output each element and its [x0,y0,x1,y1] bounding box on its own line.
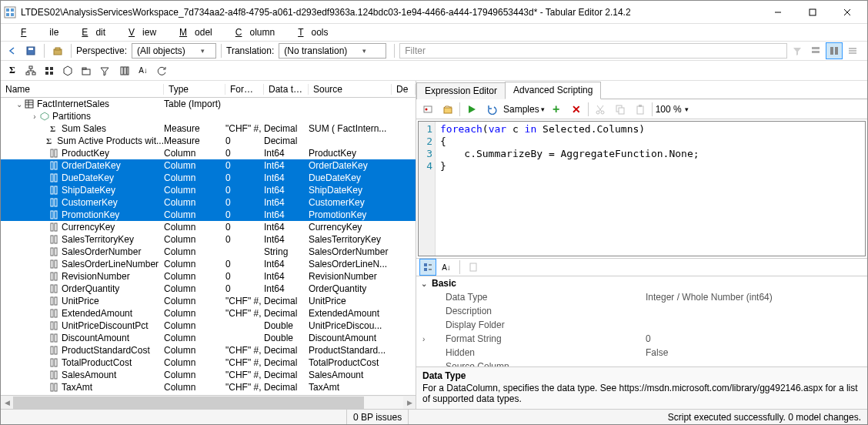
table-row[interactable]: ΣSum SalesMeasure"CHF" #,DecimalSUM ( Fa… [1,122,416,135]
header-de[interactable]: De [392,84,416,95]
columns-icon[interactable] [116,62,133,79]
table-row[interactable]: SalesTerritoryKeyColumn0Int64SalesTerrit… [1,233,416,246]
category-basic[interactable]: ⌄Basic [416,276,867,290]
prop-value[interactable]: 0 [646,333,867,344]
table-row[interactable]: RevisionNumberColumn0Int64RevisionNumber [1,270,416,283]
property-row[interactable]: Display Folder [416,318,867,332]
table-row[interactable]: OrderDateKeyColumn0Int64OrderDateKey [1,159,416,172]
separator [459,260,460,274]
refresh-icon[interactable] [153,62,170,79]
menu-column[interactable]: Column [220,25,282,39]
tab-expression-editor[interactable]: Expression Editor [416,82,506,99]
tree-icon[interactable] [41,62,58,79]
property-row[interactable]: Description [416,304,867,318]
menu-tools[interactable]: Tools [282,25,336,39]
menu-view[interactable]: View [113,25,164,39]
header-format[interactable]: Format [225,84,264,95]
translation-combo[interactable]: (No translation) ▾ [279,43,386,59]
sigma-icon[interactable]: Σ [4,62,21,79]
property-row[interactable]: ›Format String0 [416,332,867,346]
samples-dropdown[interactable]: Samples ▾ [503,104,545,115]
deploy-icon[interactable] [49,42,66,59]
table-row[interactable]: UnitPriceColumn"CHF" #,DecimalUnitPrice [1,295,416,307]
filter-input[interactable]: Filter [399,43,787,59]
table-row[interactable]: CurrencyKeyColumn0Int64CurrencyKey [1,221,416,233]
add-icon[interactable]: + [548,101,565,118]
svg-rect-3 [6,13,9,16]
table-row[interactable]: DueDateKeyColumn0Int64DueDateKey [1,172,416,184]
code-content[interactable]: foreach(var c in Selected.Columns) { c.S… [436,122,699,256]
row-name: CurrencyKey [62,222,115,233]
property-row[interactable]: Source Column [416,360,867,366]
record-macro-icon[interactable] [419,101,436,118]
header-source[interactable]: Source [309,84,392,95]
code-editor[interactable]: 1234 foreach(var c in Selected.Columns) … [418,121,866,256]
cube-icon[interactable] [59,62,76,79]
folder-icon[interactable] [78,62,95,79]
table-row[interactable]: ShipDateKeyColumn0Int64ShipDateKey [1,184,416,196]
tree-body[interactable]: ⌄FactInternetSalesTable (Import)›Partiti… [1,98,416,395]
run-script-icon[interactable] [463,101,480,118]
minimize-button[interactable] [760,1,795,24]
expander-icon[interactable]: ⌄ [15,100,24,109]
cut-icon[interactable] [592,101,609,118]
prop-value[interactable]: False [646,347,867,358]
undo-script-icon[interactable] [483,101,500,118]
zoom-combo[interactable]: 100 % ▾ [656,104,689,115]
header-type[interactable]: Type [164,84,225,95]
table-row[interactable]: OrderQuantityColumn0Int64OrderQuantity [1,283,416,295]
property-row[interactable]: HiddenFalse [416,346,867,360]
menu-model[interactable]: Model [164,25,220,39]
perspective-combo[interactable]: (All objects) ▾ [132,43,216,59]
property-page-icon[interactable] [465,259,482,276]
property-row[interactable]: Data TypeInteger / Whole Number (int64) [416,290,867,304]
view-icon-3[interactable] [844,42,861,59]
save-icon[interactable] [22,42,39,59]
scroll-right-icon[interactable]: ▶ [403,397,416,409]
tab-advanced-scripting[interactable]: Advanced Scripting [505,82,601,99]
table-row[interactable]: ProductStandardCostColumn"CHF" #,Decimal… [1,344,416,356]
copy-icon[interactable] [612,101,629,118]
partition-icon [39,111,50,122]
categorized-icon[interactable] [419,259,436,276]
table-row[interactable]: DiscountAmountColumnDoubleDiscountAmount [1,332,416,344]
sort-icon[interactable]: A↓ [135,62,152,79]
maximize-button[interactable] [795,1,830,24]
row-name: Partitions [52,111,91,122]
horizontal-scrollbar[interactable]: ◀ ▶ [1,395,416,409]
property-grid[interactable]: ⌄Basic Data TypeInteger / Whole Number (… [416,276,867,366]
header-name[interactable]: Name [1,84,164,95]
close-button[interactable] [830,1,864,24]
scroll-left-icon[interactable]: ◀ [1,397,13,409]
table-row[interactable]: ProductKeyColumn0Int64ProductKey [1,147,416,159]
table-row[interactable]: ›Partitions [1,110,416,122]
menu-edit[interactable]: Edit [66,25,113,39]
view-icon-2[interactable] [826,42,843,59]
table-row[interactable]: SalesOrderNumberColumnStringSalesOrderNu… [1,246,416,258]
svg-rect-50 [51,199,53,206]
prop-value[interactable]: Integer / Whole Number (int64) [646,292,867,303]
table-row[interactable]: SalesOrderLineNumberColumn0Int64SalesOrd… [1,258,416,270]
filter-icon[interactable] [96,62,113,79]
view-icon-1[interactable] [807,42,824,59]
table-row[interactable]: ExtendedAmountColumn"CHF" #,DecimalExten… [1,307,416,320]
alphabetical-icon[interactable]: A↓ [438,259,455,276]
delete-icon[interactable]: ✕ [568,101,585,118]
table-row[interactable]: TaxAmtColumn"CHF" #,DecimalTaxAmt [1,381,416,393]
expander-icon[interactable]: › [30,112,39,121]
filter-icon[interactable] [789,42,806,59]
table-row[interactable]: TotalProductCostColumn"CHF" #,DecimalTot… [1,356,416,369]
table-row[interactable]: PromotionKeyColumn0Int64PromotionKey [1,209,416,221]
table-row[interactable]: SalesAmountColumn"CHF" #,DecimalSalesAmo… [1,369,416,381]
header-datatype[interactable]: Data type [264,84,309,95]
table-row[interactable]: ⌄FactInternetSalesTable (Import) [1,98,416,110]
table-row[interactable]: CustomerKeyColumn0Int64CustomerKey [1,196,416,209]
hierarchy-icon[interactable] [22,62,39,79]
scroll-thumb[interactable] [13,397,364,409]
paste-icon[interactable] [632,101,649,118]
open-script-icon[interactable] [439,101,456,118]
undo-icon[interactable] [4,42,21,59]
table-row[interactable]: ΣSum Active Products wit...Measure0Decim… [1,135,416,147]
menu-file[interactable]: File [5,25,66,39]
table-row[interactable]: UnitPriceDiscountPctColumnDoubleUnitPric… [1,320,416,332]
